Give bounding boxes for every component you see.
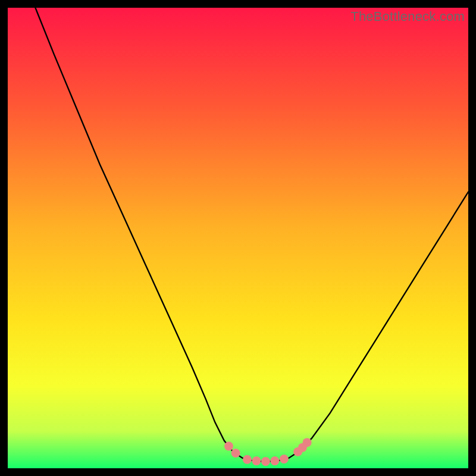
highlight-marker	[280, 455, 289, 464]
watermark-text: TheBottleneck.com	[350, 9, 465, 24]
highlight-marker	[270, 456, 279, 465]
highlight-marker	[252, 456, 261, 465]
highlight-marker	[243, 455, 252, 464]
bottleneck-chart	[8, 8, 468, 468]
highlight-marker	[261, 457, 270, 466]
highlight-marker	[224, 441, 233, 450]
highlight-marker	[303, 438, 312, 447]
chart-frame: TheBottleneck.com	[8, 8, 468, 468]
chart-background-gradient	[8, 8, 468, 468]
highlight-marker	[231, 449, 240, 458]
